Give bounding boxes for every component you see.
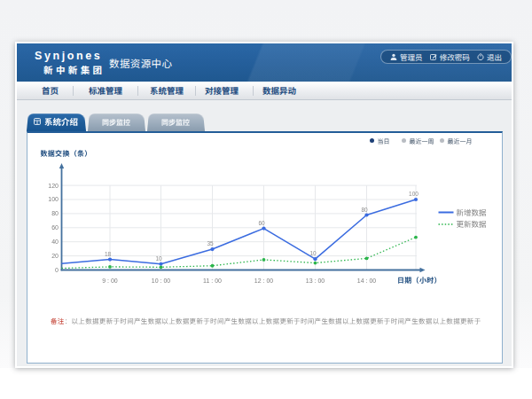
nav-separator (137, 86, 138, 96)
x-tick-label: 14 : 00 (356, 277, 376, 283)
x-axis-arrow (419, 267, 425, 271)
x-tick-label: 11 : 00 (203, 277, 222, 283)
nav-item-system-management[interactable]: 系统管理 (150, 86, 184, 96)
tab-system-introduction[interactable]: 系统介绍 (27, 113, 86, 131)
x-tick-label: 9 : 00 (102, 277, 118, 283)
nav-separator (253, 86, 254, 96)
y-tick-label: 100 (48, 196, 59, 202)
logo-wordmark: Synjones (35, 51, 106, 61)
nav-item-standard-management[interactable]: 标准管理 (89, 86, 122, 96)
edit-icon (430, 53, 437, 60)
nav-separator (73, 86, 74, 96)
tab-sync-monitor-2[interactable]: 同步监控 (147, 113, 205, 131)
page-body: 系统介绍 同步监控 同步监控 当日 (17, 100, 512, 366)
y-tick-label: 120 (48, 182, 59, 188)
nav-item-integration-management[interactable]: 对接管理 (205, 86, 239, 96)
webpage: Synjones 新中新集团 数据资源中心 管理员 修改密码 退出 首页 标准管… (15, 42, 513, 368)
logout-label: 退出 (487, 51, 502, 62)
user-menu: 管理员 修改密码 退出 (380, 50, 512, 64)
data-point (364, 256, 368, 260)
power-icon (477, 53, 484, 60)
point-label: 60 (258, 219, 265, 225)
data-point (313, 257, 317, 261)
tab-content: 同步监控 (88, 113, 145, 131)
nav-separator (195, 86, 196, 96)
document-grid-icon (34, 118, 41, 125)
y-tick-label: 0 (55, 266, 59, 272)
nav-item-data-changes[interactable]: 数据异动 (262, 86, 296, 96)
footnote: 备注：以上数据更新于时间产生数据以上数据更新于时间产生数据以上数据更新于时间产生… (51, 316, 481, 325)
data-point (159, 262, 162, 265)
y-axis-arrow (59, 163, 63, 168)
y-tick-label: 20 (51, 253, 59, 259)
point-label: 100 (409, 191, 419, 197)
nav-item-home[interactable]: 首页 (42, 86, 59, 96)
data-point (364, 213, 368, 216)
content-panel: 当日 最近一周 最近一月 数据交换（条） 0204060801001209 : … (27, 131, 504, 364)
app-header: Synjones 新中新集团 数据资源中心 管理员 修改密码 退出 (17, 43, 512, 82)
tab-bar: 系统介绍 同步监控 同步监控 (17, 100, 512, 131)
data-point (210, 263, 214, 267)
point-label: 35 (207, 240, 214, 246)
point-label: 80 (361, 206, 368, 212)
x-tick-label: 13 : 00 (305, 277, 325, 283)
point-label: 10 (309, 250, 317, 256)
y-tick-label: 40 (51, 239, 59, 245)
data-point (414, 235, 418, 239)
tab-sync-monitor-1[interactable]: 同步监控 (88, 113, 145, 131)
company-logo[interactable]: Synjones 新中新集团 (35, 51, 106, 75)
logout-button[interactable]: 退出 (477, 51, 502, 62)
footnote-separator: ： (65, 317, 72, 325)
x-tick-label: 12 : 00 (254, 277, 273, 283)
legend-label[interactable]: 新增数据 (456, 207, 487, 216)
page-title: 数据资源中心 (109, 56, 172, 70)
data-point (210, 246, 214, 250)
user-icon (390, 53, 397, 60)
footnote-label: 备注 (51, 317, 65, 325)
tab-label: 同步监控 (161, 117, 190, 127)
change-password-button[interactable]: 修改密码 (430, 51, 470, 62)
point-label: 18 (104, 250, 111, 256)
user-account-button[interactable]: 管理员 (390, 51, 423, 62)
tab-label: 同步监控 (102, 117, 130, 127)
point-label: 10 (155, 254, 162, 261)
tab-content: 同步监控 (147, 113, 205, 131)
data-point (413, 197, 417, 200)
username-label: 管理员 (400, 51, 423, 62)
tab-content: 系统介绍 (27, 113, 86, 131)
data-point (107, 257, 111, 261)
data-point (108, 265, 112, 269)
logo-company-name: 新中新集团 (43, 66, 106, 75)
main-nav: 首页 标准管理 系统管理 对接管理 数据异动 (17, 82, 512, 100)
data-point (313, 261, 317, 264)
data-point (159, 265, 162, 269)
y-tick-label: 60 (51, 224, 59, 231)
x-tick-label: 10 : 00 (151, 277, 170, 283)
tab-label: 系统介绍 (44, 115, 78, 128)
footnote-text: 以上数据更新于时间产生数据以上数据更新于时间产生数据以上数据更新于时间产生数据以… (72, 317, 481, 325)
data-point (262, 258, 265, 262)
change-password-label: 修改密码 (440, 51, 470, 62)
y-tick-label: 80 (51, 210, 59, 216)
data-point (262, 226, 265, 230)
line-chart: 0204060801001209 : 0010 : 0011 : 0012 : … (27, 133, 502, 363)
x-axis-title: 日期（小时） (397, 276, 442, 284)
legend-label[interactable]: 更新数据 (456, 220, 487, 229)
